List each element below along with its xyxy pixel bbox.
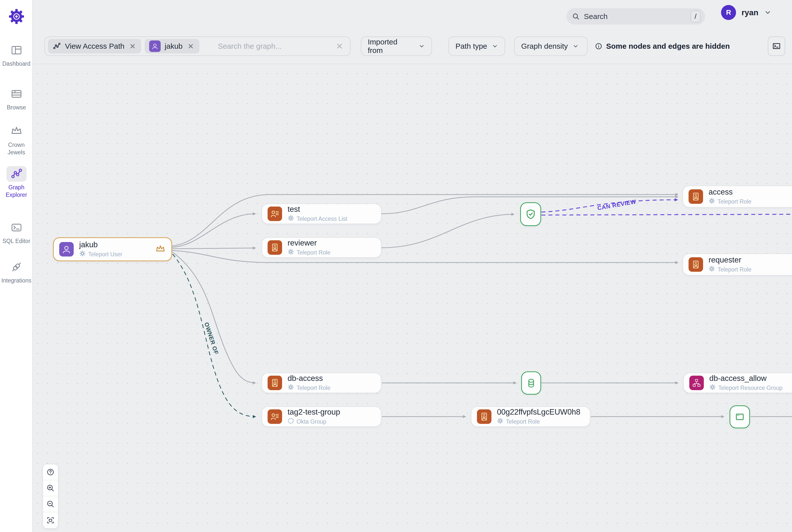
gear-icon: [497, 418, 504, 425]
node-subtitle: Teleport Role: [506, 418, 540, 425]
graph-icon: [6, 166, 26, 182]
teleport-logo: [0, 8, 33, 24]
resource-group-icon: [689, 376, 704, 390]
node-title: jakub: [79, 240, 122, 249]
dropdown-graph-density[interactable]: Graph density: [514, 36, 588, 56]
help-button[interactable]: [43, 464, 58, 480]
user-icon: [59, 242, 74, 256]
node-subtitle: Teleport User: [88, 251, 122, 258]
sidebar-item-label: Crown Jewels: [1, 141, 32, 156]
gear-icon: [709, 266, 715, 273]
role-card-icon: [477, 410, 491, 424]
gear-icon: [287, 384, 294, 392]
chevron-down-icon: [418, 43, 425, 50]
crown-jewel-icon: [155, 244, 166, 255]
graph-node-db-access[interactable]: db-access Teleport Role: [262, 373, 381, 393]
node-title: requester: [709, 255, 752, 265]
sidebar-item-dashboard[interactable]: Dashboard: [0, 42, 33, 68]
user-menu[interactable]: R ryan: [721, 5, 772, 20]
role-card-icon: [268, 376, 282, 390]
plug-icon: [6, 259, 26, 275]
chevron-down-icon: [764, 9, 772, 16]
node-subtitle: Teleport Role: [297, 385, 331, 392]
user-icon: [149, 40, 161, 52]
node-title: db-access: [287, 374, 331, 383]
graph-node-jakub[interactable]: jakub Teleport User: [53, 237, 172, 261]
graph-search-input[interactable]: [218, 42, 334, 51]
gear-icon: [709, 197, 715, 206]
node-subtitle: Teleport Role: [718, 266, 752, 273]
remove-chip-icon[interactable]: ✕: [187, 42, 195, 51]
graph-node-test[interactable]: test Teleport Access List: [262, 204, 381, 224]
sidebar-item-label: Integrations: [1, 277, 32, 284]
chip-label: View Access Path: [65, 42, 125, 51]
filter-chip-jakub[interactable]: jakub ✕: [145, 39, 200, 54]
graph-explorer-page: CAN REVIEW OWNER OF jakub Teleport User: [0, 0, 792, 532]
graph-node-reviewer[interactable]: reviewer Teleport Role: [262, 237, 381, 258]
role-card-icon: [268, 240, 282, 255]
sidebar-item-browse[interactable]: Browse: [0, 86, 33, 111]
graph-node-tag2-test-group[interactable]: tag2-test-group Okta Group: [262, 406, 381, 427]
graph-canvas[interactable]: CAN REVIEW OWNER OF jakub Teleport User: [0, 64, 792, 532]
graph-filter-group: View Access Path ✕ jakub ✕ ✕: [44, 36, 351, 56]
filter-chip-view-access-path[interactable]: View Access Path ✕: [48, 39, 141, 54]
sidebar-item-crown-jewels[interactable]: Crown Jewels: [0, 124, 33, 156]
sidebar-item-integrations[interactable]: Integrations: [0, 259, 33, 284]
zoom-out-button[interactable]: [43, 496, 58, 512]
sidebar-item-sql-editor[interactable]: SQL Editor: [0, 220, 33, 245]
graph-node-database[interactable]: [521, 372, 541, 395]
sidebar-item-label: Browse: [1, 104, 32, 111]
access-list-icon: [268, 207, 282, 221]
graph-node-requester[interactable]: requester Teleport Role: [683, 253, 792, 276]
graph-node-okta-imported-role[interactable]: 00g22ffvpfsLgcEUW0h8 Teleport Role: [471, 406, 590, 427]
filter-bar: View Access Path ✕ jakub ✕ ✕ Imported fr…: [33, 35, 792, 57]
shield-check-icon: [525, 209, 536, 220]
crown-icon: [6, 124, 26, 139]
role-card-icon: [689, 189, 703, 204]
gear-icon: [79, 250, 86, 258]
fit-view-button[interactable]: [43, 512, 58, 528]
user-name: ryan: [741, 8, 758, 17]
query-console-button[interactable]: [768, 36, 785, 56]
app-window-icon: [734, 411, 745, 422]
table-icon: [6, 86, 26, 102]
graph-node-access[interactable]: access Teleport Role: [683, 186, 792, 208]
dashboard-icon: [6, 42, 26, 58]
search-icon: [572, 13, 580, 20]
graph-node-shield-check[interactable]: [520, 202, 541, 226]
avatar: R: [721, 5, 736, 20]
sidebar-item-graph-explorer[interactable]: Graph Explorer: [0, 166, 33, 198]
graph-node-application[interactable]: [730, 405, 750, 428]
gear-icon: [287, 248, 294, 256]
terminal-icon: [772, 41, 781, 51]
dropdown-imported-from[interactable]: Imported from: [361, 36, 432, 56]
node-title: tag2-test-group: [287, 407, 340, 417]
graph-edges: [0, 64, 792, 532]
node-title: db-access_allow: [709, 374, 782, 383]
canvas-controls: [42, 464, 58, 529]
okta-icon: [287, 418, 294, 425]
clear-search-icon[interactable]: ✕: [334, 41, 345, 51]
dropdown-label: Graph density: [521, 42, 568, 51]
role-card-icon: [689, 257, 703, 272]
global-search-input[interactable]: [584, 12, 691, 21]
node-title: test: [287, 205, 347, 214]
graph-node-db-access-allow[interactable]: db-access_allow Teleport Resource Group: [683, 373, 792, 393]
node-subtitle: Teleport Role: [718, 198, 752, 205]
node-subtitle: Teleport Role: [297, 249, 331, 256]
chip-label: jakub: [165, 42, 183, 51]
chevron-down-icon: [492, 43, 498, 50]
node-subtitle: Teleport Access List: [297, 215, 347, 222]
zoom-in-button[interactable]: [43, 480, 58, 496]
sidebar-item-label: SQL Editor: [1, 237, 32, 245]
content-divider: [33, 64, 792, 64]
graph-search: ✕: [203, 41, 345, 51]
sidebar-item-label: Graph Explorer: [1, 184, 32, 198]
global-search[interactable]: /: [566, 8, 705, 24]
node-title: reviewer: [287, 239, 331, 248]
remove-chip-icon[interactable]: ✕: [128, 42, 137, 51]
gear-icon: [709, 384, 716, 392]
graph-icon: [53, 42, 61, 51]
dropdown-label: Path type: [455, 42, 487, 51]
dropdown-path-type[interactable]: Path type: [449, 36, 505, 56]
